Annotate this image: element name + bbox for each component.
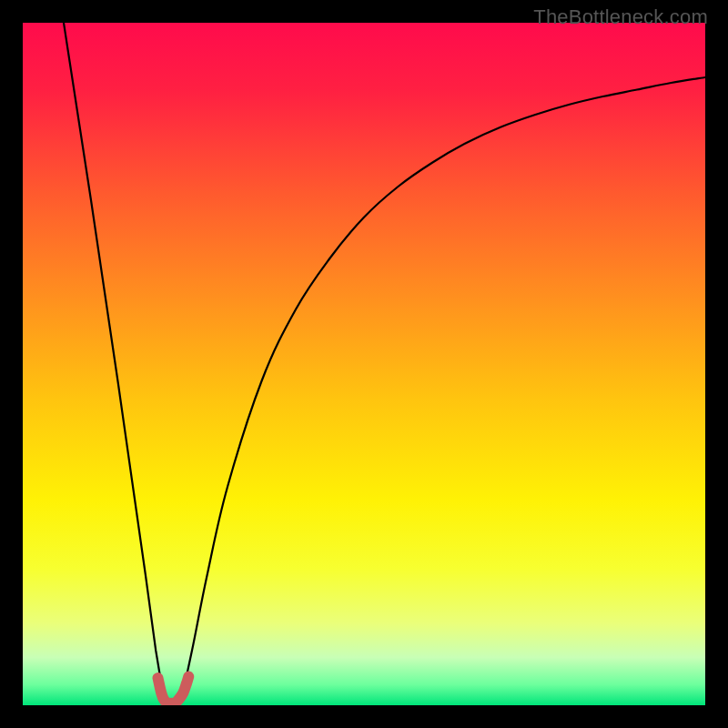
plot-svg [23,23,705,705]
background-gradient [23,23,705,705]
watermark-text: TheBottleneck.com [533,5,708,29]
chart-frame: TheBottleneck.com [0,0,728,728]
plot-area [23,23,705,705]
